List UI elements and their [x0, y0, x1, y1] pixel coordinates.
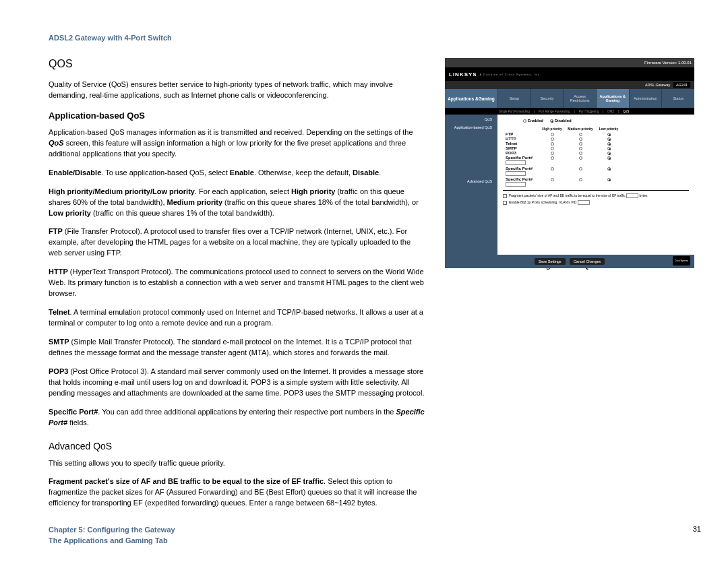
doc-header: ADSL2 Gateway with 4-Port Switch: [49, 34, 701, 42]
side-app-qos: Application-based QoS: [448, 125, 495, 129]
port-input[interactable]: [506, 182, 526, 187]
cancel-button[interactable]: Cancel Changes: [570, 258, 605, 265]
tab-setup[interactable]: Setup: [497, 89, 530, 108]
radio[interactable]: [579, 167, 582, 170]
tab-access-restrictions[interactable]: Access Restrictions: [563, 89, 596, 108]
smtp-paragraph: SMTP (Simple Mail Transfer Protocol). Th…: [49, 337, 426, 358]
sub-tabs: Single Port Forwarding | Port Range Forw…: [445, 108, 694, 115]
term: High priority: [291, 187, 335, 195]
radio[interactable]: [551, 147, 554, 150]
telnet-paragraph: Telnet. A terminal emulation protocol co…: [49, 307, 426, 329]
radio[interactable]: [551, 142, 554, 146]
text-span: (HyperText Transport Protocol). The comm…: [49, 268, 424, 297]
side-adv-qos: Advanced QoS: [448, 179, 495, 183]
subtab-port-triggering[interactable]: Port Triggering: [579, 110, 599, 113]
subtab-single-port[interactable]: Single Port Forwarding: [499, 110, 530, 113]
checkbox-8021p[interactable]: [503, 201, 507, 205]
subtab-port-range[interactable]: Port Range Forwarding: [539, 110, 570, 113]
advanced-intro: This setting allows you to specify traff…: [49, 458, 426, 469]
fragment-option: Fragment packets' size of AF and BE traf…: [503, 193, 689, 198]
model-label: ADSL Gateway: [645, 83, 670, 87]
ftp-paragraph: FTP (File Transfer Protocol). A protocol…: [49, 226, 426, 259]
table-header: High priority Medium priority Low priori…: [506, 127, 689, 131]
table-row: [506, 182, 689, 187]
table-row: HTTP: [506, 137, 689, 141]
section-text: Applications &Gaming: [448, 96, 495, 101]
section-app-qos-heading: Application-based QoS: [49, 111, 426, 121]
firmware-label: Firmware Version: 1.00.01: [644, 61, 692, 65]
tab-administration[interactable]: Administration: [629, 89, 662, 108]
port-input[interactable]: [506, 160, 526, 165]
radio[interactable]: [551, 156, 554, 160]
term: SMTP: [49, 338, 69, 346]
radio[interactable]: [551, 167, 554, 170]
table-row: SMTP: [506, 146, 689, 150]
enable-disable-paragraph: Enable/Disable. To use application-based…: [49, 168, 426, 179]
radio-disabled[interactable]: [550, 119, 553, 123]
bytes-input[interactable]: [626, 193, 638, 198]
save-button[interactable]: Save Settings: [535, 258, 566, 265]
specific-port-paragraph: Specific Port#. You can add three additi…: [49, 407, 426, 429]
radio[interactable]: [607, 178, 611, 181]
radio[interactable]: [579, 152, 582, 155]
text-span: (File Transfer Protocol). A protocol use…: [49, 227, 411, 257]
text-span: .: [379, 168, 381, 177]
cisco-logo: Cisco Systems: [673, 256, 690, 266]
tab-applications-gaming[interactable]: Applications & Gaming: [596, 89, 629, 108]
8021p-option: Enable 802.1p P bits scheduling. VLAN's …: [503, 200, 689, 205]
radio[interactable]: [579, 133, 582, 136]
term: Enable/Disable: [49, 168, 101, 177]
radio[interactable]: [607, 167, 611, 170]
table-row: Specific Port#: [506, 177, 689, 181]
opt-text: Fragment packets' size of AF and BE traf…: [509, 193, 626, 197]
text-span: . To use application-based QoS, select: [101, 168, 230, 177]
radio[interactable]: [551, 152, 554, 155]
subtab-qos[interactable]: QoS: [623, 110, 629, 113]
term: Low priority: [49, 209, 91, 217]
vid-input[interactable]: [578, 200, 590, 205]
radio[interactable]: [579, 142, 582, 146]
radio[interactable]: [607, 133, 611, 136]
brand-sub: A Division of Cisco Systems, Inc.: [480, 73, 541, 76]
radio[interactable]: [579, 156, 582, 160]
table-row: Telnet: [506, 142, 689, 146]
term: FTP: [49, 227, 63, 235]
opt-text: bytes: [638, 193, 647, 197]
fig-sidebar: QoS Application-based QoS Advanced QoS: [445, 115, 497, 255]
qos-table: High priority Medium priority Low priori…: [506, 127, 689, 187]
radio[interactable]: [607, 156, 611, 160]
http-paragraph: HTTP (HyperText Transport Protocol). The…: [49, 267, 426, 299]
fig-firmware-bar: Firmware Version: 1.00.01: [445, 58, 694, 67]
radio[interactable]: [607, 137, 611, 141]
text-span: Application-based QoS manages informatio…: [49, 128, 413, 136]
radio-enabled[interactable]: [523, 119, 526, 123]
section-label: Applications &Gaming: [445, 89, 497, 108]
text-span: screen, this feature will assign informa…: [49, 139, 406, 158]
text-span: fields.: [67, 418, 89, 427]
term: Medium priority: [167, 198, 223, 206]
tab-status[interactable]: Status: [661, 89, 694, 108]
checkbox-fragment[interactable]: [503, 194, 507, 198]
port-input[interactable]: [506, 171, 526, 176]
radio[interactable]: [607, 147, 611, 150]
footer-chapter: Chapter 5: Configuring the Gateway: [49, 525, 175, 535]
linksys-logo: LINKSYS A Division of Cisco Systems, Inc…: [445, 67, 694, 81]
brand-name: LINKSYS: [449, 71, 477, 77]
text-span: (traffic on this queue shares 18% of the…: [222, 198, 419, 206]
tab-security[interactable]: Security: [530, 89, 564, 108]
footer-tab: The Applications and Gaming Tab: [49, 536, 175, 546]
radio[interactable]: [607, 142, 611, 146]
radio[interactable]: [579, 137, 582, 141]
radio[interactable]: [551, 137, 554, 141]
nav-tabs: Applications &Gaming Setup Security Acce…: [445, 89, 694, 108]
radio[interactable]: [579, 147, 582, 150]
radio[interactable]: [607, 152, 611, 155]
term: Enable: [230, 168, 254, 177]
subtab-dmz[interactable]: DMZ: [607, 110, 614, 113]
text-span: (Simple Mail Transfer Protocol). The sta…: [49, 338, 412, 356]
radio[interactable]: [551, 133, 554, 136]
term: POP3: [49, 367, 68, 375]
radio[interactable]: [551, 178, 554, 181]
term: Fragment packet's size of AF and BE traf…: [49, 477, 324, 485]
radio[interactable]: [579, 178, 582, 181]
